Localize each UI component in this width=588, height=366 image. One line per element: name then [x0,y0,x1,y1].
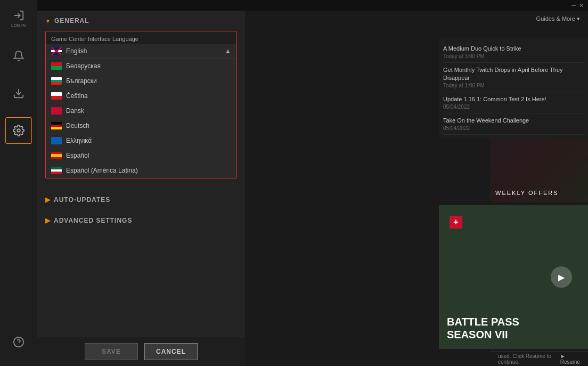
lang-mx-label: Español (América Latina) [66,167,138,174]
save-button[interactable]: SAVE [85,343,138,360]
play-button[interactable]: ▶ [551,266,572,288]
sidebar-item-settings[interactable] [5,117,32,144]
cancel-button[interactable]: CANCEL [144,343,198,360]
news-title-2[interactable]: Update 1.16.1: Common Test 2 Is Here! [443,95,584,103]
news-item-3: Take On the Weekend Challenge 05/04/2022 [443,113,584,135]
window-top-bar: ─ ✕ [37,0,588,11]
lang-option-mx[interactable]: Español (América Latina) [46,163,236,178]
guides-bar: Guides & More ▾ [245,11,588,27]
right-news-panel: A Medium Duo Quick to Strike Today at 3:… [439,37,588,139]
auto-updates-section[interactable]: ▶ AUTO-UPDATES [37,191,245,209]
flag-mx-icon [51,167,62,174]
lang-es-label: Español [66,152,89,159]
advanced-label: ADVANCED SETTINGS [54,217,132,224]
selected-language-label: English [66,47,87,55]
sidebar-item-notifications[interactable] [5,43,32,69]
status-text: used. Click Resume to continue. [498,353,552,365]
news-title-1[interactable]: Get Monthly Twitch Drops in April Before… [443,66,584,82]
news-item-2: Update 1.16.1: Common Test 2 Is Here! 05… [443,92,584,113]
lang-option-de[interactable]: Deutsch [46,118,236,133]
battle-pass-line2: SEASON VII [447,328,519,341]
general-section-header: ▼ GENERAL [37,11,245,31]
language-field-label: Game Center Interface Language [46,31,236,44]
flag-gr-icon [51,137,62,144]
flag-by-icon [51,62,62,70]
auto-updates-label: AUTO-UPDATES [54,196,110,204]
status-bar: used. Click Resume to continue. ► Resume [490,351,588,366]
auto-updates-arrow-icon: ▶ [45,196,51,204]
news-item-0: A Medium Duo Quick to Strike Today at 3:… [443,42,584,63]
lang-option-by[interactable]: Беларуская [46,59,236,74]
sidebar-item-downloads[interactable] [5,80,32,107]
news-date-1: Today at 1:00 PM [443,83,584,88]
lang-option-dk[interactable]: Dansk [46,103,236,118]
resume-button[interactable]: ► Resume [560,353,580,365]
lang-gr-label: Ελληνικά [66,137,92,144]
advanced-settings-section[interactable]: ▶ ADVANCED SETTINGS [37,212,245,230]
lang-option-gr[interactable]: Ελληνικά [46,133,236,148]
flag-es-icon [51,152,62,159]
right-content-area: Guides & More ▾ WEEKLY OFFERS A Medium D… [245,11,588,366]
svg-point-0 [17,129,20,132]
close-button[interactable]: ✕ [579,2,584,9]
lang-option-cz[interactable]: Čeština [46,88,236,103]
flag-uk-icon [51,47,62,55]
general-arrow-icon: ▼ [45,18,51,24]
language-selector-container: Game Center Interface Language English ▲… [45,31,237,178]
weekly-offers-label: WEEKLY OFFERS [495,190,559,196]
bottom-buttons-bar: SAVE CANCEL [37,337,245,366]
lang-bg-label: Български [66,77,97,85]
language-dropdown-trigger[interactable]: English ▲ [46,44,236,58]
lang-option-bg[interactable]: Български [46,74,236,88]
battle-pass-line1: BATTLE PASS [447,315,519,328]
flag-cz-icon [51,92,62,100]
news-title-0[interactable]: A Medium Duo Quick to Strike [443,45,584,52]
general-label: GENERAL [54,17,89,25]
swiss-flag-icon: + [450,216,462,229]
lang-dk-label: Dansk [66,107,84,115]
lang-de-label: Deutsch [66,122,89,129]
lang-by-label: Беларуская [66,62,101,70]
flag-bg-icon [51,77,62,85]
news-date-3: 05/04/2022 [443,125,584,131]
lang-option-es[interactable]: Español [46,148,236,163]
login-label: LOG IN [11,23,26,28]
settings-panel: ▼ GENERAL Game Center Interface Language… [37,11,245,366]
battle-pass-area: BATTLE PASS SEASON VII ▶ + [439,205,588,349]
guides-link[interactable]: Guides & More ▾ [536,15,580,22]
news-date-0: Today at 3:00 PM [443,53,584,59]
language-dropdown-list: Беларуская Български Čeština Dansk Deuts… [46,58,236,178]
sidebar-item-help[interactable] [5,329,32,355]
news-title-3[interactable]: Take On the Weekend Challenge [443,117,584,124]
news-date-2: 05/04/2022 [443,104,584,110]
advanced-arrow-icon: ▶ [45,217,51,224]
news-item-1: Get Monthly Twitch Drops in April Before… [443,63,584,92]
chevron-up-icon: ▲ [225,47,231,55]
lang-cz-label: Čeština [66,92,88,100]
flag-dk-icon [51,107,62,115]
minimize-button[interactable]: ─ [571,2,576,9]
sidebar-item-login[interactable]: LOG IN [5,5,32,32]
selected-language-left: English [51,47,87,55]
flag-de-icon [51,122,62,129]
sidebar: LOG IN [0,0,37,366]
